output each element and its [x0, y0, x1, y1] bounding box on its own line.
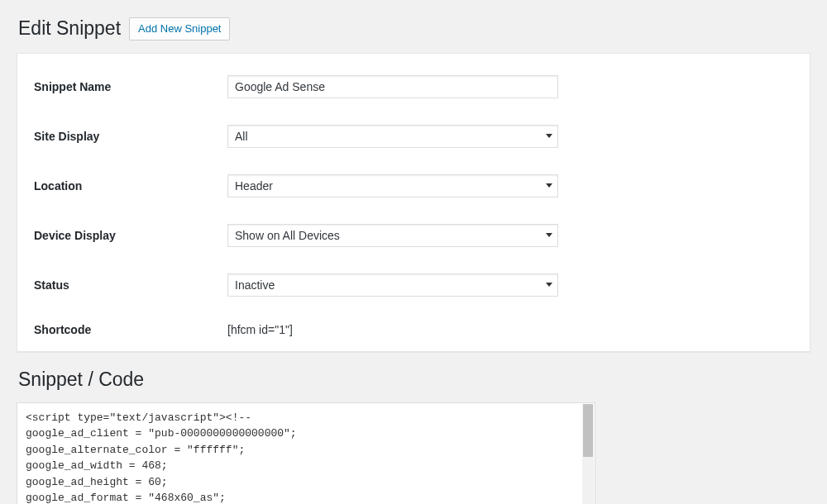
code-container: <script type="text/javascript"><!-- goog…	[17, 402, 595, 504]
label-device-display: Device Display	[34, 229, 211, 242]
select-site-display[interactable]: All	[227, 125, 558, 148]
row-status: Status Inactive	[17, 260, 810, 310]
select-status[interactable]: Inactive	[227, 273, 558, 297]
label-site-display: Site Display	[34, 130, 211, 143]
label-shortcode: Shortcode	[34, 323, 211, 336]
code-textarea[interactable]: <script type="text/javascript"><!-- goog…	[17, 403, 595, 504]
select-location[interactable]: Header	[227, 174, 558, 197]
label-snippet-name: Snippet Name	[34, 80, 211, 93]
select-device-display[interactable]: Show on All Devices	[227, 224, 558, 247]
settings-panel: Snippet Name Site Display All Location H…	[17, 53, 810, 352]
page-header: Edit Snippet Add New Snippet	[17, 17, 810, 41]
row-site-display: Site Display All	[17, 112, 810, 161]
snippet-code-title: Snippet / Code	[17, 368, 810, 391]
code-scrollbar-thumb[interactable]	[583, 404, 593, 457]
code-scrollbar[interactable]	[582, 404, 594, 504]
label-status: Status	[34, 278, 211, 292]
label-location: Location	[34, 179, 211, 193]
row-snippet-name: Snippet Name	[17, 62, 810, 112]
row-shortcode: Shortcode [hfcm id="1"]	[17, 310, 810, 348]
add-new-snippet-button[interactable]: Add New Snippet	[129, 17, 230, 40]
row-device-display: Device Display Show on All Devices	[17, 211, 810, 260]
input-snippet-name[interactable]	[227, 75, 558, 98]
row-location: Location Header	[17, 161, 810, 211]
shortcode-value: [hfcm id="1"]	[227, 323, 293, 336]
page-title: Edit Snippet	[18, 17, 121, 41]
